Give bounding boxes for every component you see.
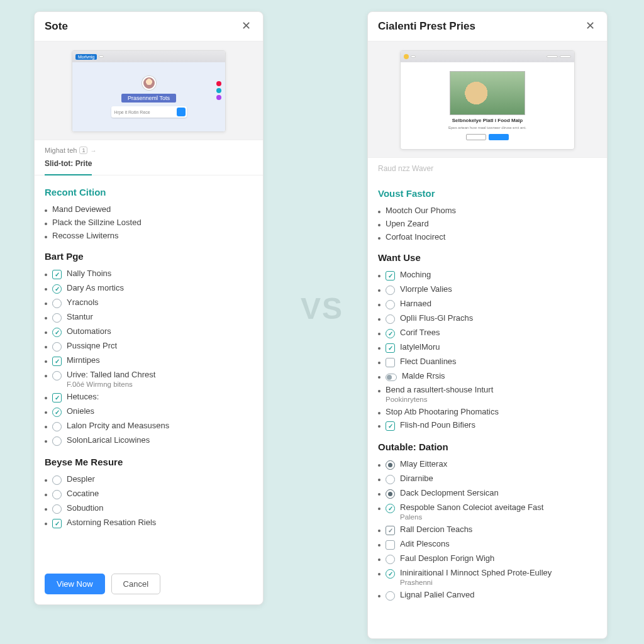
left-tab-row: Slid-tot: Prite: [35, 154, 263, 175]
checkbox-circle-icon[interactable]: [52, 371, 62, 380]
list-item[interactable]: Stantur: [45, 310, 253, 325]
right-panel-header: Cialenti Prest Pries ✕: [368, 12, 607, 42]
list-item[interactable]: ✓Moching: [378, 268, 597, 282]
checkbox-circle-icon[interactable]: ✓: [386, 569, 395, 579]
bullet-icon: [378, 304, 380, 306]
list-item[interactable]: Faul Desplon Forign Wigh: [378, 552, 597, 566]
bullet-icon: [378, 595, 380, 597]
checkbox-circle-icon[interactable]: [386, 591, 395, 601]
cancel-button[interactable]: Cancel: [111, 574, 160, 594]
list-item[interactable]: Adit Plescons: [378, 537, 597, 552]
list-item[interactable]: Flect Duanlines: [378, 355, 597, 369]
list-item[interactable]: ✓Respoble Sanon Coleciot aveitage FastPa…: [378, 501, 597, 523]
right-panel-title: Cialenti Prest Pries: [378, 20, 475, 33]
checkbox-circle-icon[interactable]: [386, 286, 395, 295]
checkbox-circle-icon[interactable]: [52, 422, 62, 431]
list-item[interactable]: Oplìi Flus-Gl Prachs: [378, 311, 597, 326]
list-item[interactable]: ✓Hetuces:: [45, 390, 253, 404]
list-item-label: Dack Declopment Sersican: [400, 488, 499, 497]
list-item-subtext: F.0ôé Wirmng bitens: [67, 380, 155, 388]
checkbox-icon[interactable]: ✓: [386, 421, 395, 431]
section-heading: Voust Fastor: [378, 188, 597, 199]
list-item[interactable]: Mlay Eitterax: [378, 457, 597, 472]
bullet-icon: [378, 275, 380, 277]
checkbox-circle-icon[interactable]: [52, 436, 62, 446]
checkbox-circle-icon[interactable]: [52, 313, 62, 323]
close-icon[interactable]: ✕: [239, 19, 253, 33]
checkbox-icon[interactable]: ✓: [52, 270, 62, 279]
list-item-label: Nally Thoins: [67, 269, 111, 278]
bullet-icon: [45, 397, 47, 399]
section-list: ✓MochingVlorrple ValiesHarnaedOplìi Flus…: [378, 268, 597, 433]
checkbox-circle-icon[interactable]: [386, 555, 395, 564]
list-item[interactable]: ✓Nally Thoins: [45, 267, 253, 281]
list-item[interactable]: ✓IatylelMoru: [378, 340, 597, 355]
close-icon[interactable]: ✕: [583, 19, 597, 33]
list-item[interactable]: ✓Dary As mortics: [45, 281, 253, 296]
list-item[interactable]: ✓Outomatiors: [45, 325, 253, 339]
list-item[interactable]: Pussiqne Prct: [45, 339, 253, 353]
list-item[interactable]: ✓Onieles: [45, 404, 253, 419]
checkbox-icon[interactable]: ✓: [386, 526, 395, 535]
bullet-icon: [45, 375, 47, 377]
checkbox-icon[interactable]: ✓: [52, 519, 62, 528]
checkbox-circle-icon[interactable]: [52, 342, 62, 352]
bullet-icon: [45, 317, 47, 319]
list-item: Corfoat Inocirect: [378, 230, 597, 243]
checkbox-circle-icon[interactable]: ✓: [386, 329, 395, 338]
checkbox-circle-icon[interactable]: [52, 504, 62, 514]
list-item-label: Respoble Sanon Coleciot aveitage Fast: [400, 502, 543, 512]
list-item-label: Stop Atb Phootaring Phomatics: [386, 407, 499, 416]
list-item[interactable]: Cocatine: [45, 487, 253, 501]
view-now-button[interactable]: View Now: [45, 574, 105, 594]
checkbox-icon[interactable]: [386, 358, 395, 367]
left-preview-thumbnail[interactable]: Morlvnig Prasenneml Tots Hrpe it Rotin R…: [72, 50, 226, 132]
list-item[interactable]: SolonLarical Licowines: [45, 433, 253, 448]
list-item[interactable]: Lignal Paliel Canved: [378, 588, 597, 602]
checkbox-circle-icon[interactable]: [52, 490, 62, 499]
list-item[interactable]: Dirarnibe: [378, 472, 597, 486]
checkbox-circle-icon[interactable]: [386, 475, 395, 484]
bullet-icon: [45, 346, 47, 348]
checkbox-circle-icon[interactable]: ✓: [52, 328, 62, 337]
checkbox-icon[interactable]: ✓: [386, 343, 395, 353]
checkbox-circle-icon[interactable]: [52, 299, 62, 308]
list-item[interactable]: Sobudtion: [45, 501, 253, 516]
list-item[interactable]: ✓Mirntipes: [45, 353, 253, 368]
list-item[interactable]: Yracnols: [45, 296, 253, 310]
checkbox-circle-icon[interactable]: [52, 475, 62, 485]
bullet-icon: [45, 494, 47, 496]
list-item[interactable]: Lalon Prcity and Measusens: [45, 419, 253, 433]
radio-icon[interactable]: [386, 460, 395, 470]
checkbox-circle-icon[interactable]: [386, 300, 395, 309]
toggle-icon[interactable]: [386, 374, 397, 381]
checkbox-circle-icon[interactable]: ✓: [52, 284, 62, 294]
list-item[interactable]: Dack Declopment Sersican: [378, 486, 597, 501]
preview-caption: Prasenneml Tots: [121, 94, 176, 103]
list-item[interactable]: ✓Ininiraitional I Minnoct Sphed Prote-Eu…: [378, 566, 597, 588]
avatar-icon: [142, 76, 156, 90]
list-item[interactable]: ✓Flish-nd Poun Bifiers: [378, 418, 597, 433]
checkbox-circle-icon[interactable]: [386, 314, 395, 324]
checkbox-icon[interactable]: [386, 540, 395, 550]
list-item[interactable]: Malde Rrsis: [378, 369, 597, 383]
list-item: Mootch Our Phoms: [378, 204, 597, 217]
checkbox-circle-icon[interactable]: ✓: [52, 408, 62, 417]
list-item[interactable]: ✓Corif Trees: [378, 326, 597, 340]
list-item[interactable]: ✓Astorning Resation Riels: [45, 516, 253, 530]
checkbox-icon[interactable]: ✓: [52, 393, 62, 402]
checkbox-icon[interactable]: ✓: [386, 271, 395, 280]
preview-caption-subtitle: Epes artean how maal towneer diruse erct…: [448, 126, 526, 131]
list-item[interactable]: Despler: [45, 472, 253, 487]
checkbox-icon[interactable]: ✓: [52, 357, 62, 366]
list-item-label: SolonLarical Licowines: [67, 435, 150, 445]
list-item[interactable]: Harnaed: [378, 297, 597, 311]
preview-tag: Morlvnig: [75, 54, 97, 60]
list-item[interactable]: Vlorrple Valies: [378, 282, 597, 297]
list-item[interactable]: ✓Rall Dercion Teachs: [378, 523, 597, 537]
tab-slidtot[interactable]: Slid-tot: Prite: [45, 154, 92, 175]
right-preview-thumbnail[interactable]: Selbnokelye Platl i Food Malp Epes artea…: [400, 50, 575, 150]
radio-icon[interactable]: [386, 489, 395, 499]
checkbox-circle-icon[interactable]: ✓: [386, 504, 395, 513]
list-item[interactable]: Urive: Talled land ChrestF.0ôé Wirmng bi…: [45, 368, 253, 390]
